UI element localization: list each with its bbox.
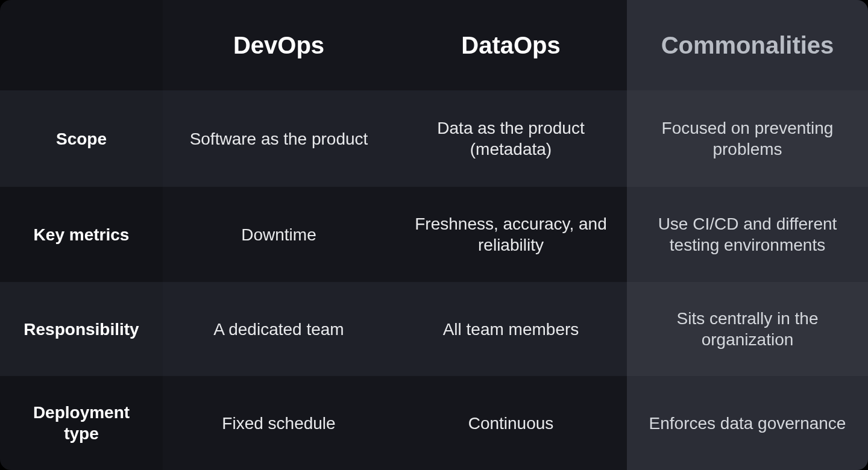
header-devops: DevOps: [163, 0, 395, 90]
row-label-responsibility: Responsibility: [0, 282, 163, 376]
cell-responsibility-devops: A dedicated team: [163, 282, 395, 376]
cell-responsibility-dataops: All team members: [395, 282, 627, 376]
cell-key-metrics-devops: Downtime: [163, 187, 395, 282]
cell-scope-devops: Software as the product: [163, 90, 395, 187]
cell-deployment-type-devops: Fixed schedule: [163, 376, 395, 470]
header-commonalities: Commonalities: [627, 0, 868, 90]
row-label-key-metrics: Key metrics: [0, 187, 163, 282]
row-label-scope: Scope: [0, 90, 163, 187]
cell-scope-dataops: Data as the product (metadata): [395, 90, 627, 187]
cell-scope-commonalities: Focused on preventing problems: [627, 90, 868, 187]
cell-deployment-type-commonalities: Enforces data governance: [627, 376, 868, 470]
header-empty: [0, 0, 163, 90]
cell-key-metrics-dataops: Freshness, accuracy, and reliability: [395, 187, 627, 282]
row-label-deployment-type: Deployment type: [0, 376, 163, 470]
cell-deployment-type-dataops: Continuous: [395, 376, 627, 470]
comparison-table: DevOps DataOps Commonalities Scope Softw…: [0, 0, 868, 470]
header-dataops: DataOps: [395, 0, 627, 90]
cell-responsibility-commonalities: Sits centrally in the organization: [627, 282, 868, 376]
cell-key-metrics-commonalities: Use CI/CD and different testing environm…: [627, 187, 868, 282]
